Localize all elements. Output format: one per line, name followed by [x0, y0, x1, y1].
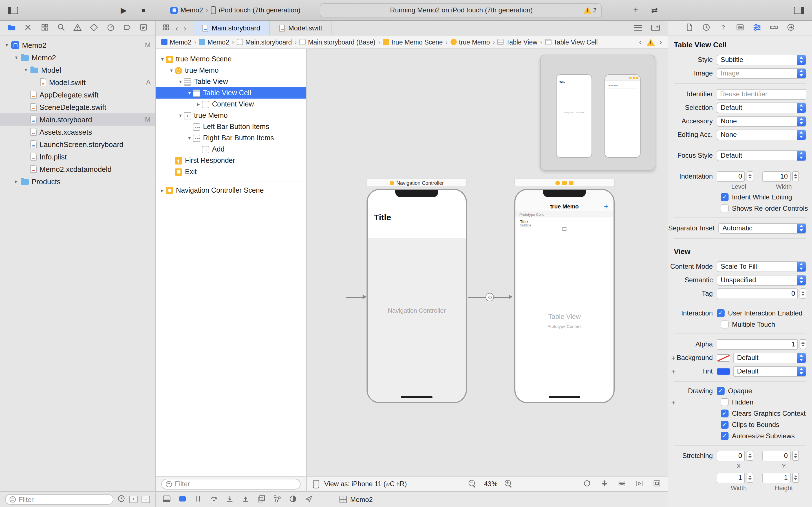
outline-row-view-controller[interactable]: ▾ true Memo — [156, 65, 306, 76]
disclosure-triangle[interactable]: ▾ — [13, 55, 20, 60]
nav-bar-title-label[interactable]: Title — [374, 212, 391, 222]
opaque-checkbox[interactable]: ✓ — [717, 387, 725, 395]
outline-row-table-view[interactable]: ▾ Table View — [156, 76, 306, 87]
selection-popup[interactable]: Default — [717, 102, 806, 113]
identifier-field[interactable] — [717, 89, 806, 100]
outline-row-scene[interactable]: ▾ true Memo Scene — [156, 54, 306, 65]
editing-accessory-popup[interactable]: None — [717, 129, 806, 140]
find-navigator-icon[interactable] — [57, 23, 65, 33]
background-color-well[interactable] — [717, 354, 730, 361]
outline-row-left-bar-items[interactable]: Left Bar Button Items — [156, 121, 306, 132]
breadcrumb-project[interactable]: Memo2 — [161, 39, 192, 45]
simulate-location-icon[interactable] — [305, 494, 313, 504]
stop-button[interactable]: ■ — [142, 7, 146, 13]
editor-swap-icon[interactable]: ⇄ — [651, 6, 657, 15]
table-nav-title[interactable]: true Memo — [515, 203, 613, 210]
editor-options-icon[interactable] — [635, 25, 642, 31]
file-row-products[interactable]: ▸ Products — [0, 175, 155, 187]
stretching-height-field[interactable]: 1 — [762, 472, 791, 483]
resolve-auto-layout-icon[interactable] — [635, 479, 644, 489]
update-frames-icon[interactable] — [582, 479, 592, 489]
connections-inspector-icon[interactable] — [786, 23, 795, 33]
debug-process-selector[interactable]: Memo2 — [340, 496, 373, 503]
navigator-filter-field[interactable] — [5, 494, 113, 505]
zoom-in-button[interactable]: + — [505, 480, 513, 488]
stretching-height-stepper[interactable] — [792, 473, 799, 483]
nav-controller-scene-header[interactable]: Navigation Controller — [366, 179, 467, 187]
issue-warning-icon[interactable]: ! — [647, 39, 654, 45]
semantic-popup[interactable]: Unspecified — [717, 275, 806, 285]
separator-inset-popup[interactable]: Automatic — [718, 223, 806, 233]
indentation-level-stepper[interactable] — [747, 171, 753, 181]
initial-vc-arrow-line[interactable] — [346, 297, 363, 298]
device-bezel-icon[interactable] — [313, 480, 319, 488]
alpha-field[interactable]: 1 — [717, 339, 798, 349]
file-row-model-group[interactable]: ▾ Model — [0, 64, 155, 76]
zoom-out-button[interactable]: − — [469, 480, 476, 488]
stretching-y-field[interactable]: 0 — [762, 450, 791, 461]
step-out-icon[interactable] — [241, 494, 250, 504]
outline-row-add-button[interactable]: Add — [156, 144, 306, 155]
add-editor-icon[interactable] — [651, 25, 660, 31]
file-row-xcdatamodel[interactable]: Memo2.xcdatamodeld — [0, 163, 155, 175]
tag-field[interactable]: 0 — [717, 288, 798, 299]
indent-while-editing-checkbox[interactable]: ✓ — [721, 193, 728, 201]
file-row-launchscreen[interactable]: LaunchScreen.storyboard — [0, 138, 155, 151]
view-as-button[interactable]: View as: iPhone 11 (wC hR) — [324, 480, 407, 488]
stretching-width-field[interactable]: 1 — [717, 472, 745, 483]
scheme-selector[interactable]: Memo2 › iPod touch (7th generation) — [170, 6, 301, 14]
stretching-y-stepper[interactable] — [792, 451, 799, 461]
file-row-main-storyboard[interactable]: Main.storyboard M — [0, 113, 155, 126]
debug-navigator-icon[interactable] — [106, 23, 115, 33]
scheme-device-label[interactable]: iPod touch (7th generation) — [219, 6, 301, 14]
storyboard-canvas[interactable]: Title Navigation Controller Table View — [307, 49, 668, 476]
view-controller-dock-icon[interactable] — [555, 180, 560, 185]
step-over-icon[interactable] — [210, 494, 218, 504]
previous-issue-button[interactable]: ‹ — [639, 38, 642, 46]
disclosure-triangle[interactable]: ▾ — [22, 67, 29, 73]
library-add-button[interactable]: + — [633, 4, 639, 16]
disclosure-triangle[interactable]: ▸ — [13, 179, 20, 184]
stretching-x-field[interactable]: 0 — [717, 450, 745, 461]
pause-icon[interactable] — [194, 494, 202, 504]
environment-overrides-icon[interactable] — [289, 494, 297, 504]
symbol-navigator-icon[interactable] — [40, 23, 49, 33]
view-debugger-icon[interactable] — [257, 494, 266, 504]
debug-area-toggle-icon[interactable] — [162, 494, 171, 504]
disclosure-triangle[interactable]: ▾ — [159, 56, 166, 62]
navigator-toggle-icon[interactable] — [8, 6, 18, 14]
tint-color-well[interactable] — [717, 368, 730, 375]
add-variation-button[interactable]: + — [670, 353, 676, 362]
tint-popup[interactable]: Default — [733, 366, 806, 377]
zoom-level[interactable]: 43% — [484, 480, 497, 488]
file-row-memo2-project[interactable]: ▾ Memo2 M — [0, 39, 155, 51]
recent-filter-button[interactable]: − — [142, 496, 150, 503]
back-button[interactable]: ‹ — [175, 23, 178, 33]
add-variation-button[interactable]: + — [670, 367, 676, 376]
source-control-navigator-icon[interactable] — [24, 23, 33, 33]
report-navigator-icon[interactable] — [139, 23, 148, 33]
identity-inspector-icon[interactable] — [736, 23, 744, 33]
breadcrumb-view-controller[interactable]: true Memo — [451, 39, 490, 45]
table-vc-scene-dock[interactable] — [514, 179, 615, 187]
disclosure-triangle[interactable]: ▾ — [186, 90, 193, 96]
tab-main-storyboard[interactable]: Main.storyboard — [193, 21, 270, 35]
outline-filter-input[interactable] — [175, 480, 296, 488]
breadcrumb-group[interactable]: Memo2 — [199, 39, 229, 45]
breadcrumb-localization[interactable]: Main.storyboard (Base) — [299, 39, 375, 45]
disclosure-triangle[interactable]: ▸ — [159, 187, 166, 193]
clips-to-bounds-checkbox[interactable]: ✓ — [721, 421, 728, 429]
shows-reorder-checkbox[interactable] — [721, 205, 728, 212]
disclosure-triangle[interactable]: ▾ — [168, 68, 175, 73]
image-combo[interactable]: Image — [717, 68, 806, 78]
run-button[interactable]: ▶ — [121, 6, 127, 14]
warning-badge[interactable]: ! 2 — [583, 7, 601, 13]
disclosure-triangle[interactable]: ▾ — [177, 113, 184, 118]
outline-row-navigation-item[interactable]: ▾ ‹ true Memo — [156, 110, 306, 121]
quick-help-inspector-icon[interactable]: ? — [719, 23, 727, 33]
exit-dock-icon[interactable] — [569, 180, 573, 185]
indentation-level-field[interactable]: 0 — [717, 171, 745, 182]
memory-graph-icon[interactable] — [273, 494, 282, 504]
add-variation-button[interactable]: + — [670, 398, 676, 406]
table-view-controller-scene[interactable]: true Memo + Prototype Cells Title Subtit… — [514, 189, 615, 403]
